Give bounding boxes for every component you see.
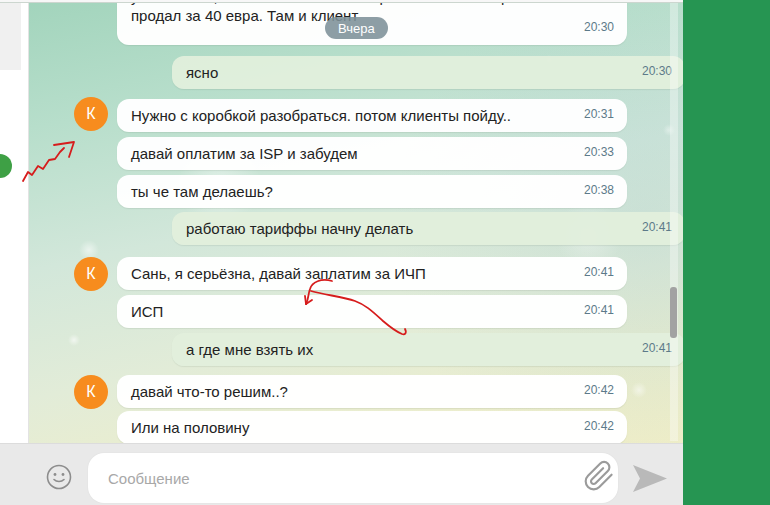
message-bubble[interactable]: а где мне взять их 20:41 — [172, 333, 685, 366]
message-time: 20:42 — [584, 417, 614, 436]
avatar[interactable]: К — [74, 257, 108, 291]
message-time: 20:30 — [584, 18, 614, 37]
message-text: ты че там делаешь? — [131, 182, 613, 201]
message-text: ИСП — [131, 302, 613, 321]
scrollbar-track[interactable] — [670, 3, 678, 441]
message-time: 20:42 — [584, 381, 614, 400]
message-time: 20:41 — [642, 339, 672, 358]
message-text: давай оплатим за ISP и забудем — [131, 144, 613, 163]
avatar-initial: К — [86, 265, 95, 283]
message-bubble[interactable]: ясно 20:30 — [172, 56, 685, 89]
date-badge: Вчера — [325, 17, 388, 39]
avatar-initial: К — [86, 383, 95, 401]
message-bubble[interactable]: Нужно с коробкой разобраться. потом клие… — [117, 99, 627, 132]
message-time: 20:31 — [584, 105, 614, 124]
message-bubble[interactable]: ИСП 20:41 — [117, 295, 627, 328]
paperclip-icon[interactable] — [583, 460, 615, 492]
side-panel-green — [683, 0, 770, 505]
message-input[interactable] — [106, 455, 570, 501]
chat-list-panel-edge — [0, 0, 29, 505]
message-bubble[interactable]: Или на половину 20:42 — [117, 411, 627, 444]
chat-history: у Виталаша, знаешь сколько он потратил? … — [29, 0, 683, 505]
message-time: 20:38 — [584, 181, 614, 200]
message-time: 20:41 — [642, 218, 672, 237]
message-text: давай что-то решим..? — [131, 382, 613, 401]
message-time: 20:30 — [642, 62, 672, 81]
message-text: а где мне взять их — [186, 340, 671, 359]
message-text: Сань, я серьёзна, давай заплатим за ИЧП — [131, 264, 613, 283]
message-bubble[interactable]: давай что-то решим..? 20:42 — [117, 375, 627, 408]
message-time: 20:33 — [584, 143, 614, 162]
avatar[interactable]: К — [74, 97, 108, 131]
message-bubble[interactable]: работаю тариффы начну делать 20:41 — [172, 212, 685, 245]
message-bubble[interactable]: ты че там делаешь? 20:38 — [117, 175, 627, 208]
message-text: Или на половину — [131, 418, 613, 437]
message-time: 20:41 — [584, 301, 614, 320]
message-bubble[interactable]: давай оплатим за ISP и забудем 20:33 — [117, 137, 627, 170]
message-bubble[interactable]: Сань, я серьёзна, давай заплатим за ИЧП … — [117, 257, 627, 290]
composer-bar — [0, 443, 683, 505]
chat-list-item-edge — [0, 2, 21, 70]
scrollbar-thumb[interactable] — [670, 287, 677, 338]
date-badge-label: Вчера — [338, 21, 375, 36]
message-text: ясно — [186, 63, 671, 82]
message-text: Нужно с коробкой разобраться. потом клие… — [131, 106, 613, 125]
message-time: 20:41 — [584, 263, 614, 282]
send-icon[interactable] — [633, 465, 667, 492]
avatar-initial: К — [86, 105, 95, 123]
avatar[interactable]: К — [74, 375, 108, 409]
message-text: работаю тариффы начну делать — [186, 219, 671, 238]
window-top-edge — [0, 0, 683, 3]
smiley-icon[interactable] — [45, 463, 73, 491]
